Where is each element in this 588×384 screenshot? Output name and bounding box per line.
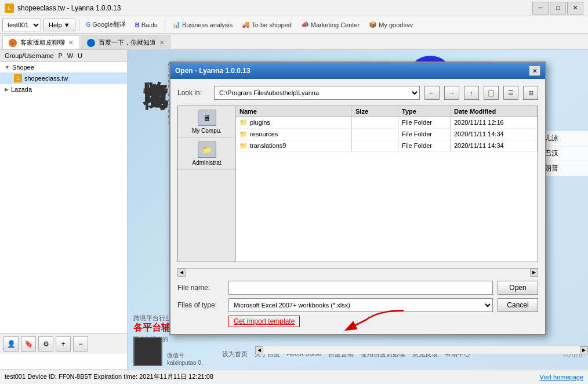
sidebar-col-u: U xyxy=(78,52,82,59)
import-template-link[interactable]: Get import template xyxy=(228,316,300,327)
file-row-1[interactable]: 📁resources File Folder 2020/11/11 14:34 xyxy=(236,129,538,140)
sidebar-tool-user[interactable]: 👤 xyxy=(3,336,19,352)
sidebar: Group/Username P W U ▼ Shopee S shopeecl… xyxy=(0,50,128,369)
close-button[interactable]: ✕ xyxy=(567,2,583,15)
toolbar: test001 Help ▼ G Google翻译 B Baidu 📊 Busi… xyxy=(0,16,588,34)
nav-detail-btn[interactable]: ⊞ xyxy=(523,86,538,100)
file-list: Name Size Type Date Modified 📁plugins Fi… xyxy=(236,106,538,262)
look-in-label: Look in: xyxy=(177,89,209,97)
visit-homepage-link[interactable]: Visit homepage xyxy=(539,374,583,381)
file-name-2: 📁translations9 xyxy=(236,140,352,151)
tab-0-label: 客家版粗皮聊聊 xyxy=(20,38,65,47)
business-analysis-link[interactable]: 📊 Business analysis xyxy=(169,21,236,28)
nav-forward-btn[interactable]: → xyxy=(444,86,459,100)
nav-list-btn[interactable]: ☰ xyxy=(503,86,518,100)
title-bar-controls: ─ □ ✕ xyxy=(532,2,583,15)
baidu-link[interactable]: B Baidu xyxy=(132,21,161,28)
tree-label-lazada: Lazada xyxy=(11,86,32,93)
main-area: Group/Username P W U ▼ Shopee S shopeecl… xyxy=(0,50,588,369)
hscroll-left-btn[interactable]: ◀ xyxy=(177,269,186,277)
sidebar-col-group: Group/Username xyxy=(5,52,53,59)
place-my-computer[interactable]: 🖥 My Compu. xyxy=(178,106,235,138)
place-administrator[interactable]: 📁 Administrat xyxy=(178,138,235,170)
shopeeclass-icon: S xyxy=(14,74,22,82)
open-dialog: Open - Lyanna 1.0.0.13 ✕ Look in: C:\Pro… xyxy=(169,61,546,335)
file-date-1: 2020/11/11 14:34 xyxy=(451,129,538,140)
file-list-header: Name Size Type Date Modified xyxy=(236,106,538,117)
file-type-2: File Folder xyxy=(398,140,451,151)
file-row-2[interactable]: 📁translations9 File Folder 2020/11/11 14… xyxy=(236,140,538,152)
file-date-0: 2020/11/11 12:16 xyxy=(451,117,538,128)
hscroll-track[interactable] xyxy=(186,269,530,277)
title-bar-left: L shopeeclass.tw - Lyanna 1.0.0.13 xyxy=(5,3,121,13)
file-size-2 xyxy=(352,140,398,151)
file-type-0: File Folder xyxy=(398,117,451,128)
tab-0-close[interactable]: ✕ xyxy=(68,39,73,46)
tree-arrow-shopee: ▼ xyxy=(5,64,10,70)
content-area: 跨境电商 cross border 🐾 百度 跨境平台行业巡讯 各平台辅助软件工… xyxy=(128,50,588,369)
sidebar-tool-remove[interactable]: − xyxy=(73,336,88,352)
google-translate-link[interactable]: G Google翻译 xyxy=(83,20,129,29)
tree-lazada[interactable]: ▶ Lazada xyxy=(0,84,127,95)
nav-up-btn[interactable]: ↑ xyxy=(464,86,479,100)
col-size: Size xyxy=(352,106,398,117)
sidebar-tool-settings[interactable]: ⚙ xyxy=(38,336,53,352)
tree-shopeeclass[interactable]: S shopeeclass.tw xyxy=(0,73,127,84)
dialog-close-button[interactable]: ✕ xyxy=(529,66,540,76)
help-button[interactable]: Help ▼ xyxy=(43,19,75,31)
hscroll-right-btn[interactable]: ▶ xyxy=(530,269,538,277)
app-icon: L xyxy=(5,3,14,13)
folder-icon-1: 📁 xyxy=(239,131,248,137)
file-type-1: File Folder xyxy=(398,129,451,140)
toolbar-separator-1 xyxy=(79,19,79,31)
file-size-0 xyxy=(352,117,398,128)
marketing-center-link[interactable]: 📣 Marketing Center xyxy=(297,21,363,28)
to-be-shipped-link[interactable]: 🚚 To be shipped xyxy=(238,21,295,28)
tree-shopee[interactable]: ▼ Shopee xyxy=(0,62,127,73)
col-date: Date Modified xyxy=(451,106,538,117)
dialog-title-bar: Open - Lyanna 1.0.0.13 ✕ xyxy=(170,63,545,79)
tree-label-shopee: Shopee xyxy=(12,64,34,71)
place-my-computer-label: My Compu. xyxy=(192,128,222,134)
tree-label-shopeeclass: shopeeclass.tw xyxy=(24,75,68,82)
nav-copy-btn[interactable]: 📋 xyxy=(484,86,499,100)
open-button[interactable]: Open xyxy=(498,281,538,295)
file-name-input[interactable] xyxy=(228,281,493,295)
col-type: Type xyxy=(398,106,451,117)
dialog-title: Open - Lyanna 1.0.0.13 xyxy=(175,67,251,75)
folder-icon-2: 📁 xyxy=(239,142,248,149)
maximize-button[interactable]: □ xyxy=(550,2,566,15)
tab-bar: 👜 客家版粗皮聊聊 ✕ 🐾 百度一下，你就知道 ✕ xyxy=(0,34,588,50)
tab-0[interactable]: 👜 客家版粗皮聊聊 ✕ xyxy=(2,35,79,49)
minimize-button[interactable]: ─ xyxy=(532,2,549,15)
administrator-icon: 📁 xyxy=(198,142,216,158)
sidebar-col-w: W xyxy=(67,52,73,59)
my-goods-link[interactable]: 📦 My goodsvv xyxy=(365,21,416,28)
sidebar-col-p: P xyxy=(58,52,62,59)
tree-arrow-lazada: ▶ xyxy=(5,86,9,92)
tab-1-close[interactable]: ✕ xyxy=(159,39,164,46)
dialog-overlay: Open - Lyanna 1.0.0.13 ✕ Look in: C:\Pro… xyxy=(128,50,588,369)
tab-1-icon: 🐾 xyxy=(87,39,95,47)
cancel-button[interactable]: Cancel xyxy=(498,298,538,312)
nav-back-btn[interactable]: ← xyxy=(424,86,440,100)
my-computer-icon: 🖥 xyxy=(198,110,216,126)
file-browser: 🖥 My Compu. 📁 Administrat xyxy=(177,106,538,262)
bg-content: 跨境电商 cross border 🐾 百度 跨境平台行业巡讯 各平台辅助软件工… xyxy=(128,50,588,369)
file-name-row: File name: Open xyxy=(177,281,538,295)
sidebar-tool-bookmark[interactable]: 🔖 xyxy=(21,336,36,352)
app-title: shopeeclass.tw - Lyanna 1.0.0.13 xyxy=(17,4,121,12)
file-name-1: 📁resources xyxy=(236,129,352,140)
files-of-type-label: Files of type: xyxy=(177,301,224,309)
red-arrow-decoration xyxy=(328,307,404,333)
toolbar-separator-2 xyxy=(165,19,165,31)
place-administrator-label: Administrat xyxy=(192,160,221,166)
folder-icon-0: 📁 xyxy=(239,119,248,126)
look-in-select[interactable]: C:\Program Files\ubesthelp\Lyanna xyxy=(214,86,420,100)
sidebar-tool-add[interactable]: + xyxy=(56,336,71,352)
file-row-0[interactable]: 📁plugins File Folder 2020/11/11 12:16 xyxy=(236,117,538,129)
user-select[interactable]: test001 xyxy=(2,19,41,31)
tab-1-label: 百度一下，你就知道 xyxy=(99,38,156,47)
col-name: Name xyxy=(236,106,352,117)
tab-1[interactable]: 🐾 百度一下，你就知道 ✕ xyxy=(81,35,170,49)
